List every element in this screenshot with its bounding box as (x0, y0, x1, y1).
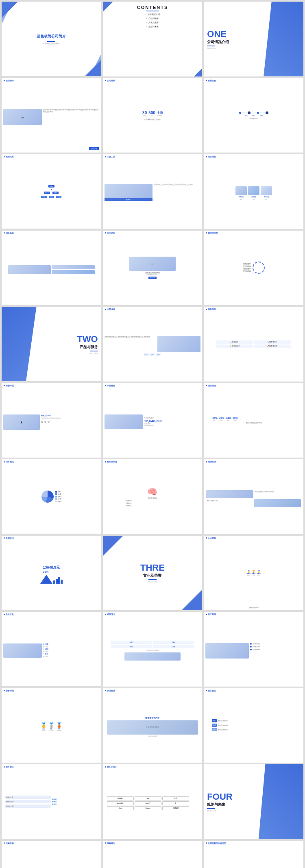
org-node-sub1: 小组1 (41, 196, 46, 198)
stat-top10-label: 行业排名 (157, 115, 163, 116)
scale-label: 公司规模 (105, 79, 115, 82)
logo-jingchuan: 今川 (162, 796, 189, 800)
slide-strategic-plan: 战略规划 1 规划一 2 规划二 3 规划三 4 (103, 841, 203, 868)
contents-item-2: 产品与服务 (146, 17, 159, 20)
slide-qualification: 企业资质 请替换文字内容 企业资质证书图片 资质详情描述文字 (103, 688, 203, 763)
devadv-label: 发展能量与自身优势 (206, 842, 226, 844)
slide-dev-advantage: 发展能量与自身优势 优势文字内容 优势文字内容 优势文字内容 🏆 (204, 841, 303, 868)
sales-percent: 36% (43, 570, 60, 573)
org-node-l: 业务部 (44, 192, 50, 194)
slide-team-members: 团队成员 技术总监 xxx 运营总监 xxx 市场总监 xxx (204, 154, 303, 229)
slide-products: 经营产品 📱 替换文字内容 产品描述文字内容产品描述文字内容 ⊙ ⊙ ⊙ (2, 383, 101, 458)
chapter-one-title: 公司情况介绍 (207, 39, 229, 45)
proj-label: 项目描述 (206, 384, 216, 387)
slide-customers: 我们的客户 HUAWEI mic 今川 uni-dollar HomeV G J… (103, 764, 203, 839)
culture-label: 企业文化 (4, 613, 14, 615)
brain-icon: 🧠 (147, 487, 157, 497)
logo-huawei: HUAWEI (107, 796, 134, 800)
slide-svc-resp: 服务责任 Step 1 服务责任描述内容 Step 2 服务责任描述内容 Ste… (204, 688, 303, 763)
slide-company-intro: 企业简介 📷 公司简介文字内容公司简介文字内容公司简介文字内容公司简介文字内容公… (2, 78, 101, 153)
customers-label: 我们的客户 (105, 765, 117, 768)
products-label: 经营产品 (4, 384, 14, 387)
logo-jeep: Jeep (107, 806, 134, 810)
qual-replace: 请替换文字内容 (107, 717, 198, 719)
service-box-2: 🔧 服务项目二 (254, 340, 291, 344)
svcresp-label: 服务责任 (206, 689, 216, 692)
chapter-four-part: The Part 04 (207, 810, 216, 812)
slide-strategic-goal: 战略目标 战略目标 目标描述文字内容 Target Year: 2029 (2, 841, 101, 868)
branch-label: 分支结构 (105, 232, 115, 234)
service-label: 服务项目 (206, 308, 216, 310)
people-label: 主要人员 (105, 155, 115, 158)
slide-key-people: 主要人员 董事长 人员介绍文字内容人员介绍文字内容人员介绍文字内容 (103, 154, 203, 229)
slide-product-features: 产品特色 产品特色描述 12,648,258 核心数据统计 产品特色文字描述 (103, 383, 203, 458)
slide-two-chapter: TWO 产品与服务 The Part 02 (2, 307, 101, 381)
team-label: 团队成员 (206, 155, 216, 158)
org-label: 组织关系 (4, 155, 14, 158)
chapter-one-part: The Part 01 (207, 47, 216, 49)
slide-after-sales: 售后及荣誉 🧠 售后服务描述 ● 售后描述一 ● 售后描述二 ● 售后描述三 (103, 459, 203, 534)
chapter-four-num: FOUR (207, 792, 232, 802)
slide-culture: 企业文化 ♻ 创新 文字内容 ★ 诚信 文字内容 ✦ 专业 文字内容 (2, 612, 101, 686)
slide-one-chapter: ONE 公司情况介绍 The Part 01 (204, 2, 303, 76)
branch-building: 🏢 (129, 257, 176, 271)
slide-four-chapter: FOUR 规划与未来 The Part 04 (204, 764, 303, 839)
slide-biz-model: 业务模式 模式01 模式02 模式03 模式04 模式05 (2, 459, 101, 534)
service-box-1: 📊 服务项目一 (216, 340, 253, 344)
honors-label: 企业荣誉 (206, 537, 216, 539)
cover-subtitle: 蓝色极简公司简介模板 (43, 43, 59, 44)
stat-top10: 十强 (157, 111, 163, 115)
chapter-two-num: TWO (77, 334, 98, 345)
logo-dapper: Dapper (135, 806, 161, 810)
slide-contents: CONTENTS 公司概况介绍 产品与服务 文化及荣誉 规划与未来 (103, 2, 203, 76)
chapter-four-title: 规划与未来 (207, 802, 225, 807)
model-label: 业务模式 (4, 460, 14, 463)
logo-huawei2: HUAWEI (162, 806, 189, 810)
sales-bignum: 13648.5元 (43, 565, 60, 570)
contents-item-3: 文化及荣誉 (146, 21, 159, 24)
slide-svc-resp2: 服务责任 责任描述文字一 责任描述文字二 责任描述文字三 🔷 承诺 🔷 专业 🔷… (2, 764, 101, 839)
chapter-thre-part: The Part 03 (148, 581, 157, 583)
advantage-label: 我们的优势 (206, 232, 218, 234)
slide-branch: 分支结构 🏢 成长迅速的跨国机构 分支结构描述内容文字 查看详情 (103, 231, 203, 305)
contents-heading: CONTENTS (137, 5, 168, 10)
features-label: 产品特色 (105, 384, 115, 387)
cases-label: 成功案例 (206, 460, 216, 463)
svcresp2-label: 服务责任 (4, 765, 14, 768)
sales-label: 盈利状况 (4, 537, 14, 539)
service-box-4: 🚀 服务项目四 (254, 345, 291, 348)
org-node-top: 董事会 (48, 185, 54, 188)
slide-mgmt: 经营理念 创新 诚信 专业 共赢 经营理念描述文字内容 (103, 612, 203, 687)
org-node-r: 管理部 (52, 192, 59, 194)
goal-label: 战略目标 (4, 842, 14, 844)
logo-homev: HomeV (135, 801, 161, 805)
slide-staff: 员工素养 员工素养描述 专业能力培养 团队协作精神 (204, 612, 303, 687)
slide-success-cases: 成功案例 成功案例描述文字内容成功案例描述 案例二描述文字内容 (204, 459, 303, 534)
slide-advantage: 我们的优势 优势描述01 优势描述02 优势描述03 优势描述04 (204, 231, 303, 305)
logo-mic: mic (135, 796, 161, 800)
chapter-thre-num: THRE (140, 563, 165, 573)
plan-label: 战略规划 (105, 842, 115, 844)
qual-label: 企业资质 (105, 689, 115, 692)
cover-title: 蓝色极简公司简介 (37, 34, 66, 39)
intro-badge: 公司介绍 (89, 147, 99, 150)
staff-label: 员工素养 (206, 613, 216, 615)
slide-cover: 蓝色极简公司简介 蓝色极简公司简介模板 (2, 2, 101, 76)
logo-unidollar: uni-dollar (107, 801, 134, 805)
slide-service-items: 服务项目 📊 服务项目一 🔧 服务项目二 💡 服务项目三 🚀 服务项目四 (204, 307, 303, 382)
org-node-sub3: 小组3 (56, 196, 61, 198)
service-box-3: 💡 服务项目三 (216, 345, 253, 348)
contents-item-4: 规划与未来 (146, 25, 159, 28)
slide-project-overview: 项目描述 85% 指标一 73% 指标二 74% 指标三 90% 指标四 (204, 383, 303, 458)
chapter-two-part: The Part 02 (89, 352, 98, 354)
biz-label: 主要业务 (105, 308, 115, 310)
sales-bar-chart (53, 576, 63, 584)
slide-sales: 盈利状况 13648.5元 36% (2, 536, 101, 610)
chapter-two-title: 产品与服务 (80, 345, 98, 350)
history-label: 发展历程 (206, 79, 216, 82)
slide-thre-chapter: THRE 文化及荣誉 The Part 03 (103, 536, 203, 611)
stat-30-label: 年历史 (142, 115, 147, 117)
slide-company-scale: 公司规模 30 年历史 500 员工 十强 行业排名 公司规模描述文字内容 (103, 78, 203, 153)
intro-label: 企业简介 (4, 79, 14, 82)
slide-ent-honors: 企业荣誉 🏅 荣誉01 描述 🏆 荣誉02 描述 🥇 荣誉03 描述 获奖描述文… (204, 536, 303, 611)
